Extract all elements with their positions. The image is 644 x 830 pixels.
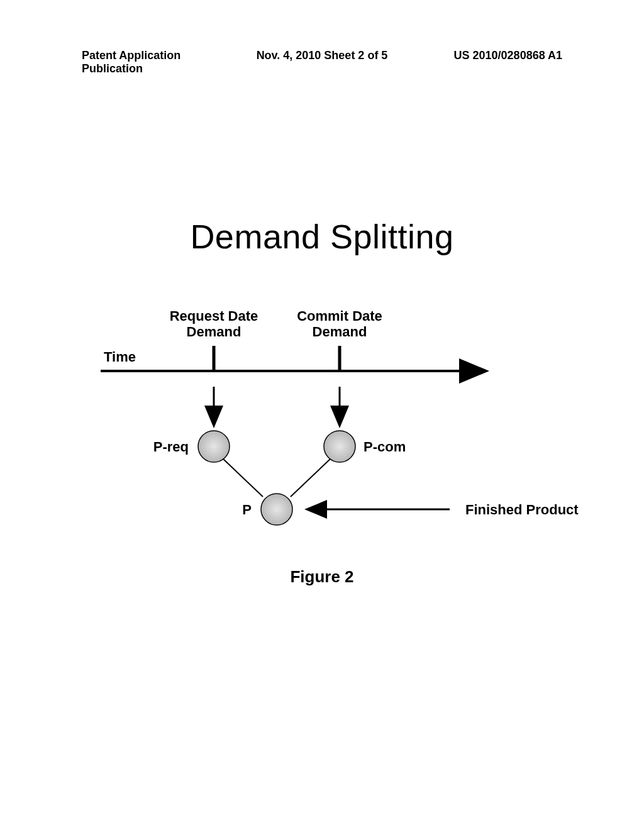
edge-pcom-to-p	[291, 459, 330, 497]
p-com-label: P-com	[364, 439, 406, 455]
commit-date-label-1: Commit Date	[297, 308, 382, 324]
p-req-node-texture	[198, 431, 230, 462]
request-date-label-1: Request Date	[170, 308, 258, 324]
time-axis-label: Time	[104, 349, 136, 365]
edge-preq-to-p	[223, 459, 263, 497]
header-publication-type: Patent Application Publication	[82, 49, 242, 75]
header-publication-number: US 2010/0280868 A1	[402, 49, 562, 75]
p-label: P	[242, 502, 252, 517]
finished-product-label: Finished Product	[465, 502, 579, 517]
p-req-label: P-req	[153, 439, 189, 455]
commit-date-label-2: Demand	[313, 324, 367, 340]
figure-caption: Figure 2	[0, 567, 644, 587]
p-com-node-texture	[324, 431, 355, 462]
header-row: Patent Application Publication Nov. 4, 2…	[82, 49, 562, 75]
page-header: Patent Application Publication Nov. 4, 2…	[0, 49, 644, 75]
diagram-title: Demand Splitting	[0, 217, 644, 256]
header-date-sheet: Nov. 4, 2010 Sheet 2 of 5	[242, 49, 402, 75]
request-date-label-2: Demand	[187, 324, 242, 340]
p-node-texture	[261, 494, 292, 525]
